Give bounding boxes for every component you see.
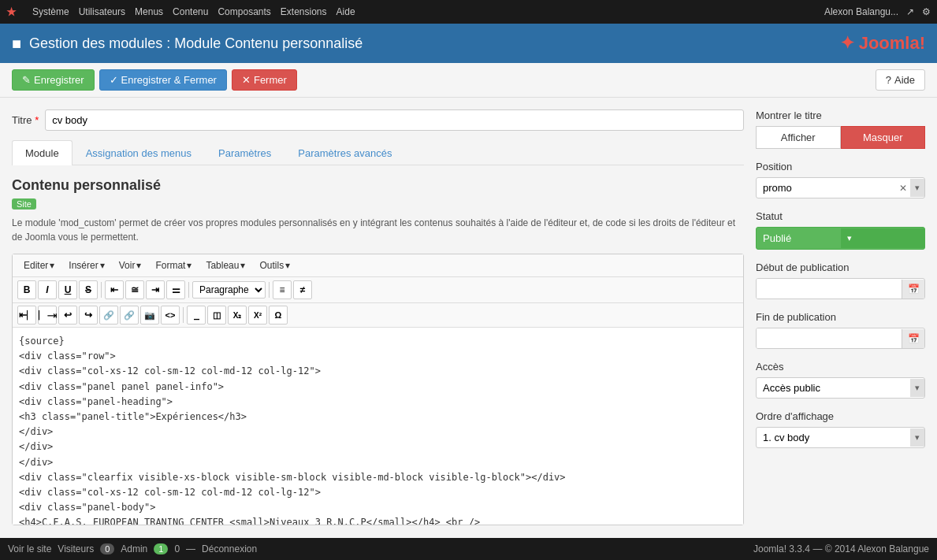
toolbar-separator-2 (188, 282, 189, 298)
justify-button[interactable]: ⚌ (166, 280, 185, 299)
close-button[interactable]: ✕ Fermer (232, 69, 297, 91)
tab-assignation[interactable]: Assignation des menus (73, 140, 205, 165)
ordre-select[interactable]: 1. cv body (757, 428, 910, 447)
superscript-button[interactable]: X² (248, 306, 267, 325)
ol-button[interactable]: ≡ (273, 280, 292, 299)
toolbar-right: ? Aide (876, 69, 925, 91)
position-clear-icon[interactable]: ✕ (896, 183, 910, 194)
acces-select[interactable]: Accès public (757, 378, 910, 398)
align-right-button[interactable]: ⇥ (146, 280, 165, 299)
tab-parametres-avances[interactable]: Paramètres avancés (284, 140, 405, 165)
table-button[interactable]: ◫ (207, 306, 226, 325)
code-button[interactable]: <> (161, 306, 180, 325)
indent-right-button[interactable]: ⎸⇥ (38, 306, 57, 325)
toolbar-separator-4 (183, 307, 184, 323)
align-left-button[interactable]: ⇤ (105, 280, 124, 299)
image-button[interactable]: 📷 (140, 306, 159, 325)
editor-wrapper: Editer ▾ Insérer ▾ Voir ▾ Format ▾ Table… (12, 254, 744, 525)
title-input[interactable] (45, 109, 744, 131)
editor-content-line-12: <div class="col-xs-12 col-sm-12 col-md-1… (19, 485, 737, 500)
help-button[interactable]: ? Aide (876, 69, 925, 91)
toolbar-separator-1 (101, 282, 102, 298)
special-char-button[interactable]: Ω (269, 306, 288, 325)
editor-menu-tableau[interactable]: Tableau ▾ (199, 258, 251, 273)
statut-arrow-icon[interactable]: ▾ (841, 228, 925, 248)
nav-menus[interactable]: Menus (135, 6, 163, 17)
position-select[interactable]: promo (757, 178, 896, 198)
editor-body[interactable]: {source} <div class="row"> <div class="c… (13, 328, 743, 525)
fin-date-input[interactable] (757, 328, 902, 348)
editor-menu-voir[interactable]: Voir ▾ (113, 258, 148, 273)
statut-select-wrapper: Publié ▾ (756, 227, 925, 250)
italic-button[interactable]: I (38, 280, 57, 299)
bold-button[interactable]: B (17, 280, 36, 299)
editor-content-line-14: <h4>C.F.A.S. EUROPEAN TRANING CENTER <sm… (19, 515, 737, 525)
nav-systeme[interactable]: Système (32, 6, 69, 17)
tab-module[interactable]: Module (12, 140, 73, 165)
nav-aide[interactable]: Aide (337, 6, 355, 17)
strikethrough-button[interactable]: S (79, 280, 98, 299)
toggle-group: Afficher Masquer (756, 126, 925, 149)
underline-button[interactable]: U (58, 280, 77, 299)
editor-menu-outils[interactable]: Outils ▾ (253, 258, 296, 273)
nav-extensions[interactable]: Extensions (281, 6, 327, 17)
debut-date-input[interactable] (757, 279, 902, 299)
unlink-button[interactable]: 🔗 (120, 306, 139, 325)
save-close-button[interactable]: ✓ Enregistrer & Fermer (99, 69, 227, 91)
fin-calendar-icon[interactable]: 📅 (902, 329, 925, 348)
editor-menu-editer[interactable]: Editer ▾ (17, 258, 61, 273)
nav-contenu[interactable]: Contenu (173, 6, 208, 17)
acces-section: Accès Accès public ▾ (756, 361, 925, 399)
indent-left-button[interactable]: ⇤⎸ (17, 306, 36, 325)
nav-utilisateurs[interactable]: Utilisateurs (79, 6, 125, 17)
subscript-button[interactable]: X₂ (228, 306, 247, 325)
position-arrow-icon[interactable]: ▾ (910, 179, 924, 197)
ordre-arrow-icon[interactable]: ▾ (910, 428, 924, 447)
ordre-select-wrapper: 1. cv body ▾ (756, 427, 925, 448)
tab-parametres[interactable]: Paramètres (205, 140, 284, 165)
fin-date-wrapper: 📅 (756, 328, 925, 349)
header-bar: ■ Gestion des modules : Module Contenu p… (0, 24, 937, 63)
section-description: Le module 'mod_custom' permet de créer v… (12, 216, 744, 244)
position-section: Position promo ✕ ▾ (756, 161, 925, 198)
right-panel: Montrer le titre Afficher Masquer Positi… (756, 109, 925, 525)
nav-composants[interactable]: Composants (218, 6, 270, 17)
top-navbar-left: ★ Système Utilisateurs Menus Contenu Com… (6, 6, 355, 18)
position-label: Position (756, 161, 925, 172)
link-button[interactable]: 🔗 (99, 306, 118, 325)
afficher-button[interactable]: Afficher (756, 126, 841, 149)
editor-menu-format[interactable]: Format ▾ (149, 258, 198, 273)
external-link-icon: ↗ (906, 6, 914, 17)
align-center-button[interactable]: ≅ (125, 280, 144, 299)
toolbar-buttons: ✎ Enregistrer ✓ Enregistrer & Fermer ✕ F… (12, 69, 297, 91)
editor-menu-inserer[interactable]: Insérer ▾ (62, 258, 110, 273)
editor-content-line-7: </div> (19, 425, 737, 439)
user-name[interactable]: Alexon Balangu... (824, 6, 898, 17)
site-badge: Site (12, 198, 36, 210)
hr-button[interactable]: ⎯ (187, 306, 206, 325)
redo-button[interactable]: ↪ (79, 306, 98, 325)
editor-content-line-3: <div class="col-xs-12 col-sm-12 col-md-1… (19, 364, 737, 379)
editor-toolbar-row1: B I U S ⇤ ≅ ⇥ ⚌ Paragraphe ≡ ≠ (13, 277, 743, 303)
ul-button[interactable]: ≠ (293, 280, 312, 299)
fin-label: Fin de publication (756, 311, 925, 323)
statut-label: Statut (756, 210, 925, 222)
editor-content-line-1: {source} (19, 334, 737, 349)
debut-calendar-icon[interactable]: 📅 (902, 280, 925, 299)
format-select[interactable]: Paragraphe (192, 281, 266, 299)
tabs-bar: Module Assignation des menus Paramètres … (12, 140, 744, 165)
settings-icon[interactable]: ⚙ (922, 6, 931, 17)
editor-menubar: Editer ▾ Insérer ▾ Voir ▾ Format ▾ Table… (13, 254, 743, 277)
editor-content-line-11: <div class="clearfix visible-xs-block vi… (19, 470, 737, 485)
header-title-group: ■ Gestion des modules : Module Contenu p… (12, 35, 363, 53)
editor-content-line-5: <div class="panel-heading"> (19, 395, 737, 410)
toolbar-separator-3 (269, 282, 270, 298)
editor-content-line-9: </div> (19, 455, 737, 470)
acces-arrow-icon[interactable]: ▾ (910, 379, 924, 397)
save-button[interactable]: ✎ Enregistrer (12, 69, 95, 91)
masquer-button[interactable]: Masquer (841, 126, 926, 149)
statut-value: Publié (757, 228, 841, 249)
undo-button[interactable]: ↩ (58, 306, 77, 325)
toolbar: ✎ Enregistrer ✓ Enregistrer & Fermer ✕ F… (0, 63, 937, 98)
module-icon: ■ (12, 35, 21, 53)
